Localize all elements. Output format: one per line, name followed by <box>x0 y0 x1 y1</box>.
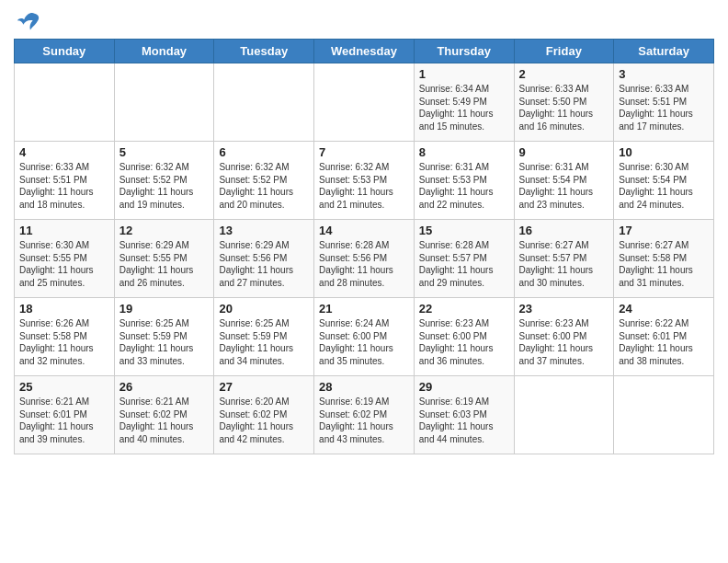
logo <box>14 9 41 35</box>
day-of-week-header: Friday <box>514 40 614 63</box>
calendar-cell: 13Sunrise: 6:29 AM Sunset: 5:56 PM Dayli… <box>214 220 314 298</box>
calendar-cell: 20Sunrise: 6:25 AM Sunset: 5:59 PM Dayli… <box>214 298 314 376</box>
cell-info: Sunrise: 6:30 AM Sunset: 5:55 PM Dayligh… <box>19 239 109 289</box>
cell-info: Sunrise: 6:32 AM Sunset: 5:52 PM Dayligh… <box>219 161 309 211</box>
calendar-cell: 6Sunrise: 6:32 AM Sunset: 5:52 PM Daylig… <box>214 142 314 220</box>
day-number: 26 <box>119 380 210 394</box>
day-number: 5 <box>119 145 210 159</box>
calendar-cell: 11Sunrise: 6:30 AM Sunset: 5:55 PM Dayli… <box>15 220 115 298</box>
calendar-cell: 26Sunrise: 6:21 AM Sunset: 6:02 PM Dayli… <box>114 376 214 454</box>
day-of-week-header: Wednesday <box>314 40 415 63</box>
cell-info: Sunrise: 6:32 AM Sunset: 5:52 PM Dayligh… <box>119 161 210 211</box>
cell-info: Sunrise: 6:34 AM Sunset: 5:49 PM Dayligh… <box>419 83 509 132</box>
day-number: 1 <box>419 67 509 81</box>
day-of-week-header: Thursday <box>414 40 514 63</box>
day-number: 18 <box>19 302 109 316</box>
cell-info: Sunrise: 6:25 AM Sunset: 5:59 PM Dayligh… <box>219 317 309 367</box>
day-number: 9 <box>519 145 609 159</box>
cell-info: Sunrise: 6:23 AM Sunset: 6:00 PM Dayligh… <box>519 317 609 367</box>
cell-info: Sunrise: 6:24 AM Sunset: 6:00 PM Dayligh… <box>319 317 409 367</box>
calendar-cell: 4Sunrise: 6:33 AM Sunset: 5:51 PM Daylig… <box>15 142 115 220</box>
cell-info: Sunrise: 6:27 AM Sunset: 5:57 PM Dayligh… <box>519 239 609 289</box>
logo-bird-icon <box>16 9 41 35</box>
cell-info: Sunrise: 6:22 AM Sunset: 6:01 PM Dayligh… <box>619 317 709 367</box>
cell-info: Sunrise: 6:30 AM Sunset: 5:54 PM Dayligh… <box>619 161 709 211</box>
day-number: 23 <box>519 302 609 316</box>
day-number: 28 <box>319 380 409 394</box>
day-number: 13 <box>219 224 309 237</box>
calendar-cell: 2Sunrise: 6:33 AM Sunset: 5:50 PM Daylig… <box>514 63 614 142</box>
day-number: 11 <box>19 224 109 237</box>
calendar-cell: 29Sunrise: 6:19 AM Sunset: 6:03 PM Dayli… <box>414 376 514 454</box>
cell-info: Sunrise: 6:23 AM Sunset: 6:00 PM Dayligh… <box>419 317 509 367</box>
calendar-cell: 9Sunrise: 6:31 AM Sunset: 5:54 PM Daylig… <box>514 142 614 220</box>
day-of-week-header: Sunday <box>15 40 115 63</box>
calendar-cell <box>114 63 214 142</box>
day-number: 2 <box>519 67 609 81</box>
calendar-cell: 18Sunrise: 6:26 AM Sunset: 5:58 PM Dayli… <box>15 298 115 376</box>
cell-info: Sunrise: 6:29 AM Sunset: 5:56 PM Dayligh… <box>219 239 309 289</box>
calendar-week-row: 1Sunrise: 6:34 AM Sunset: 5:49 PM Daylig… <box>15 63 714 142</box>
calendar-cell: 15Sunrise: 6:28 AM Sunset: 5:57 PM Dayli… <box>414 220 514 298</box>
header <box>14 9 714 35</box>
day-number: 12 <box>119 224 210 237</box>
day-number: 8 <box>419 145 509 159</box>
cell-info: Sunrise: 6:31 AM Sunset: 5:54 PM Dayligh… <box>519 161 609 211</box>
day-number: 21 <box>319 302 409 316</box>
calendar-cell: 16Sunrise: 6:27 AM Sunset: 5:57 PM Dayli… <box>514 220 614 298</box>
cell-info: Sunrise: 6:33 AM Sunset: 5:50 PM Dayligh… <box>519 83 609 132</box>
cell-info: Sunrise: 6:33 AM Sunset: 5:51 PM Dayligh… <box>619 83 709 132</box>
calendar-cell: 5Sunrise: 6:32 AM Sunset: 5:52 PM Daylig… <box>114 142 214 220</box>
calendar-week-row: 11Sunrise: 6:30 AM Sunset: 5:55 PM Dayli… <box>15 220 714 298</box>
calendar-cell: 22Sunrise: 6:23 AM Sunset: 6:00 PM Dayli… <box>414 298 514 376</box>
calendar-cell: 23Sunrise: 6:23 AM Sunset: 6:00 PM Dayli… <box>514 298 614 376</box>
cell-info: Sunrise: 6:19 AM Sunset: 6:02 PM Dayligh… <box>319 396 409 445</box>
calendar-cell <box>314 63 415 142</box>
calendar-week-row: 4Sunrise: 6:33 AM Sunset: 5:51 PM Daylig… <box>15 142 714 220</box>
day-number: 10 <box>619 145 709 159</box>
calendar-cell: 3Sunrise: 6:33 AM Sunset: 5:51 PM Daylig… <box>614 63 714 142</box>
cell-info: Sunrise: 6:33 AM Sunset: 5:51 PM Dayligh… <box>19 161 109 211</box>
calendar-week-row: 25Sunrise: 6:21 AM Sunset: 6:01 PM Dayli… <box>15 376 714 454</box>
calendar-cell: 1Sunrise: 6:34 AM Sunset: 5:49 PM Daylig… <box>414 63 514 142</box>
calendar-cell: 7Sunrise: 6:32 AM Sunset: 5:53 PM Daylig… <box>314 142 415 220</box>
day-number: 27 <box>219 380 309 394</box>
day-number: 22 <box>419 302 509 316</box>
calendar-cell: 19Sunrise: 6:25 AM Sunset: 5:59 PM Dayli… <box>114 298 214 376</box>
calendar-cell: 27Sunrise: 6:20 AM Sunset: 6:02 PM Dayli… <box>214 376 314 454</box>
calendar-cell <box>15 63 115 142</box>
calendar-table: SundayMondayTuesdayWednesdayThursdayFrid… <box>14 39 714 454</box>
calendar-cell <box>214 63 314 142</box>
cell-info: Sunrise: 6:21 AM Sunset: 6:01 PM Dayligh… <box>19 396 109 445</box>
day-number: 17 <box>619 224 709 237</box>
day-of-week-header: Monday <box>114 40 214 63</box>
calendar-cell: 24Sunrise: 6:22 AM Sunset: 6:01 PM Dayli… <box>614 298 714 376</box>
calendar-cell: 8Sunrise: 6:31 AM Sunset: 5:53 PM Daylig… <box>414 142 514 220</box>
day-number: 24 <box>619 302 709 316</box>
day-number: 14 <box>319 224 409 237</box>
calendar-header-row: SundayMondayTuesdayWednesdayThursdayFrid… <box>15 40 714 63</box>
cell-info: Sunrise: 6:21 AM Sunset: 6:02 PM Dayligh… <box>119 396 210 445</box>
calendar-cell: 10Sunrise: 6:30 AM Sunset: 5:54 PM Dayli… <box>614 142 714 220</box>
day-number: 25 <box>19 380 109 394</box>
day-number: 4 <box>19 145 109 159</box>
cell-info: Sunrise: 6:26 AM Sunset: 5:58 PM Dayligh… <box>19 317 109 367</box>
calendar-cell: 14Sunrise: 6:28 AM Sunset: 5:56 PM Dayli… <box>314 220 415 298</box>
calendar-cell <box>514 376 614 454</box>
calendar-cell: 21Sunrise: 6:24 AM Sunset: 6:00 PM Dayli… <box>314 298 415 376</box>
day-number: 29 <box>419 380 509 394</box>
cell-info: Sunrise: 6:19 AM Sunset: 6:03 PM Dayligh… <box>419 396 509 445</box>
day-number: 7 <box>319 145 409 159</box>
calendar-cell: 12Sunrise: 6:29 AM Sunset: 5:55 PM Dayli… <box>114 220 214 298</box>
calendar-cell <box>614 376 714 454</box>
cell-info: Sunrise: 6:31 AM Sunset: 5:53 PM Dayligh… <box>419 161 509 211</box>
calendar-cell: 25Sunrise: 6:21 AM Sunset: 6:01 PM Dayli… <box>15 376 115 454</box>
day-number: 15 <box>419 224 509 237</box>
cell-info: Sunrise: 6:25 AM Sunset: 5:59 PM Dayligh… <box>119 317 210 367</box>
cell-info: Sunrise: 6:32 AM Sunset: 5:53 PM Dayligh… <box>319 161 409 211</box>
day-number: 20 <box>219 302 309 316</box>
calendar-cell: 28Sunrise: 6:19 AM Sunset: 6:02 PM Dayli… <box>314 376 415 454</box>
day-of-week-header: Saturday <box>614 40 714 63</box>
cell-info: Sunrise: 6:27 AM Sunset: 5:58 PM Dayligh… <box>619 239 709 289</box>
calendar-cell: 17Sunrise: 6:27 AM Sunset: 5:58 PM Dayli… <box>614 220 714 298</box>
